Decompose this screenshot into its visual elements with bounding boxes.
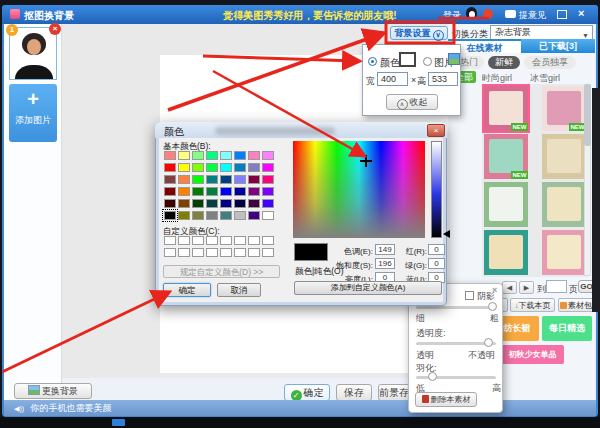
color-cell[interactable] bbox=[164, 187, 176, 196]
color-cell[interactable] bbox=[192, 236, 204, 245]
feather-handle[interactable] bbox=[428, 372, 437, 381]
color-cell[interactable] bbox=[178, 175, 190, 184]
color-cell[interactable] bbox=[164, 211, 176, 220]
image-option-icon[interactable] bbox=[448, 53, 460, 65]
confirm-button[interactable]: ✓确定 bbox=[284, 384, 330, 401]
color-cell[interactable] bbox=[234, 163, 246, 172]
banner-autumn-items[interactable]: 初秋少女单品 bbox=[501, 345, 564, 364]
background-settings-button[interactable]: 背景设置∨ bbox=[390, 26, 448, 40]
color-cell[interactable] bbox=[192, 248, 204, 257]
color-radio[interactable] bbox=[368, 57, 377, 66]
red-input[interactable]: 0 bbox=[428, 244, 445, 255]
color-cell[interactable] bbox=[234, 199, 246, 208]
color-cell[interactable] bbox=[192, 163, 204, 172]
color-cell[interactable] bbox=[248, 236, 260, 245]
page-number-input[interactable] bbox=[546, 280, 567, 293]
color-cell[interactable] bbox=[206, 199, 218, 208]
color-cell[interactable] bbox=[248, 163, 260, 172]
stroke-width-slider[interactable] bbox=[416, 306, 496, 309]
color-cell[interactable] bbox=[220, 199, 232, 208]
color-cell[interactable] bbox=[234, 175, 246, 184]
color-cell[interactable] bbox=[178, 187, 190, 196]
close-icon[interactable]: × bbox=[578, 8, 584, 19]
weibo-icon[interactable] bbox=[483, 9, 493, 19]
photo-thumbnail[interactable] bbox=[9, 27, 57, 80]
color-cell[interactable] bbox=[206, 151, 218, 160]
collapse-button[interactable]: ∧收起 bbox=[386, 94, 438, 110]
hue-saturation-field[interactable] bbox=[293, 141, 425, 238]
save-button[interactable]: 保存 bbox=[336, 384, 372, 401]
add-image-button[interactable]: + 添加图片 bbox=[9, 84, 57, 142]
background-color-swatch[interactable] bbox=[399, 52, 416, 67]
saturation-input[interactable]: 196 bbox=[375, 258, 395, 269]
color-cell[interactable] bbox=[192, 151, 204, 160]
color-cell[interactable] bbox=[178, 199, 190, 208]
hue-input[interactable]: 149 bbox=[375, 244, 395, 255]
login-link[interactable]: 登录 bbox=[443, 9, 461, 22]
color-cell[interactable] bbox=[234, 236, 246, 245]
color-cell[interactable] bbox=[220, 151, 232, 160]
color-cell[interactable] bbox=[220, 175, 232, 184]
color-crosshair[interactable] bbox=[360, 155, 372, 167]
shadow-checkbox[interactable] bbox=[465, 291, 474, 300]
material-thumbnail[interactable] bbox=[542, 134, 586, 179]
change-background-button[interactable]: 更换背景 bbox=[14, 383, 92, 399]
color-cell[interactable] bbox=[262, 175, 274, 184]
color-cell[interactable] bbox=[178, 163, 190, 172]
qq-icon[interactable] bbox=[466, 7, 477, 19]
color-cell[interactable] bbox=[206, 236, 218, 245]
color-cell[interactable] bbox=[262, 211, 274, 220]
material-thumbnail[interactable] bbox=[542, 230, 586, 275]
color-cell[interactable] bbox=[178, 236, 190, 245]
dialog-ok-button[interactable]: 确定 bbox=[163, 283, 211, 297]
color-cell[interactable] bbox=[262, 199, 274, 208]
color-cell[interactable] bbox=[192, 187, 204, 196]
feedback-link[interactable]: 提意见 bbox=[519, 9, 546, 22]
color-cell[interactable] bbox=[164, 175, 176, 184]
color-cell[interactable] bbox=[220, 187, 232, 196]
taskbar-app-icon[interactable] bbox=[112, 419, 125, 426]
material-thumbnail[interactable]: NEW bbox=[542, 86, 586, 131]
filter-fresh[interactable]: 新鲜 bbox=[488, 56, 520, 69]
dialog-close-icon[interactable]: × bbox=[427, 124, 445, 137]
color-cell[interactable] bbox=[164, 199, 176, 208]
material-thumbnail[interactable] bbox=[484, 230, 528, 275]
color-cell[interactable] bbox=[206, 248, 218, 257]
color-cell[interactable] bbox=[164, 163, 176, 172]
material-thumbnail[interactable]: NEW bbox=[484, 86, 528, 131]
dialog-cancel-button[interactable]: 取消 bbox=[217, 283, 261, 297]
color-cell[interactable] bbox=[248, 199, 260, 208]
color-cell[interactable] bbox=[164, 248, 176, 257]
tab-downloaded[interactable]: 已下载[3] bbox=[521, 39, 595, 53]
color-cell[interactable] bbox=[220, 236, 232, 245]
material-pack-button[interactable]: 素材包 bbox=[558, 298, 594, 312]
color-cell[interactable] bbox=[234, 187, 246, 196]
color-cell[interactable] bbox=[164, 236, 176, 245]
material-thumbnail[interactable]: NEW bbox=[484, 134, 528, 179]
color-cell[interactable] bbox=[234, 248, 246, 257]
color-cell[interactable] bbox=[192, 175, 204, 184]
delete-material-button[interactable]: 删除本素材 bbox=[415, 392, 477, 407]
luminance-bar[interactable] bbox=[431, 141, 442, 238]
color-cell[interactable] bbox=[206, 211, 218, 220]
color-cell[interactable] bbox=[234, 211, 246, 220]
color-cell[interactable] bbox=[262, 236, 274, 245]
add-to-custom-button[interactable]: 添加到自定义颜色(A) bbox=[294, 281, 442, 295]
color-cell[interactable] bbox=[262, 163, 274, 172]
banner-daily-picks[interactable]: 每日精选 bbox=[542, 316, 592, 341]
color-cell[interactable] bbox=[248, 151, 260, 160]
color-cell[interactable] bbox=[248, 248, 260, 257]
material-thumbnail[interactable] bbox=[542, 182, 586, 227]
color-cell[interactable] bbox=[248, 175, 260, 184]
image-radio[interactable] bbox=[423, 57, 432, 66]
filter-vip[interactable]: 会员独享 bbox=[524, 56, 576, 69]
color-cell[interactable] bbox=[262, 151, 274, 160]
color-cell[interactable] bbox=[248, 211, 260, 220]
color-cell[interactable] bbox=[220, 163, 232, 172]
color-cell[interactable] bbox=[220, 211, 232, 220]
height-input[interactable]: 533 bbox=[428, 72, 458, 86]
color-cell[interactable] bbox=[262, 248, 274, 257]
next-page-icon[interactable]: ▶ bbox=[519, 281, 534, 294]
color-cell[interactable] bbox=[248, 187, 260, 196]
remove-photo-icon[interactable]: × bbox=[49, 23, 61, 35]
